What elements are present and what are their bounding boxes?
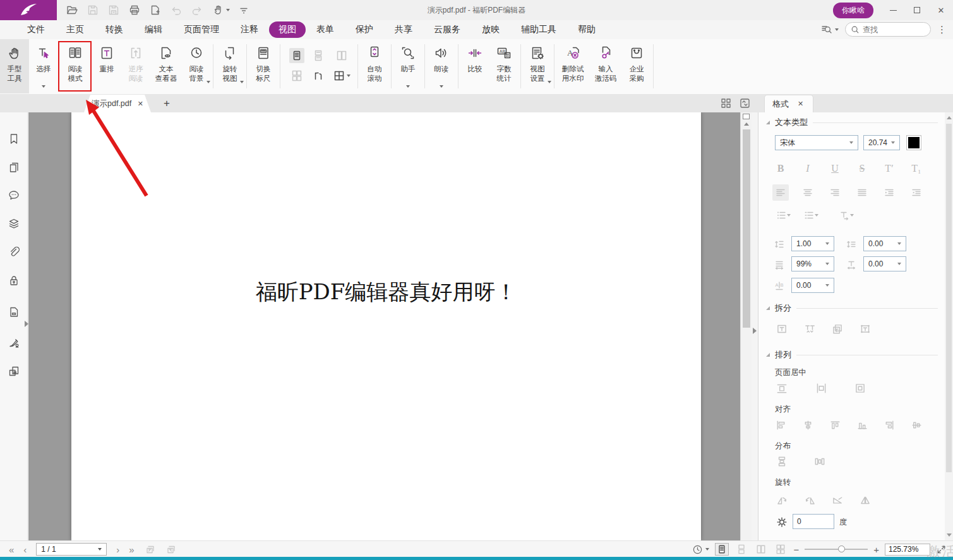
scroll-down-arrow-icon[interactable]	[947, 533, 952, 537]
align-center-button[interactable]	[800, 184, 816, 201]
menu-present[interactable]: 放映	[471, 21, 510, 38]
ribbon-read-mode-button[interactable]: 阅读 模式	[58, 39, 92, 93]
tab-grid-icon[interactable]	[720, 97, 732, 109]
increase-indent-button[interactable]	[881, 184, 897, 201]
attachments-panel-button[interactable]	[8, 246, 20, 258]
ribbon-compare-button[interactable]: 比较	[460, 39, 489, 93]
font-size-select[interactable]: 20.74	[863, 135, 900, 150]
scroll-up-arrow-icon[interactable]	[744, 122, 749, 126]
split-text-button[interactable]	[774, 321, 790, 337]
pdf-page[interactable]: 福昕PDF编辑器真好用呀！	[71, 112, 701, 540]
promo-button[interactable]: 你瞅啥	[833, 3, 873, 18]
close-panel-icon[interactable]: ✕	[798, 100, 803, 108]
save-button[interactable]	[87, 4, 99, 16]
rotation-angle-input[interactable]	[793, 514, 834, 529]
menu-form[interactable]: 表单	[306, 21, 345, 38]
destinations-panel-button[interactable]	[8, 306, 20, 318]
text-direction-button[interactable]	[836, 207, 857, 223]
strikethrough-button[interactable]: S	[854, 160, 870, 177]
ribbon-assistant-button[interactable]: 助手	[393, 39, 423, 93]
facing-continuous-mode-button[interactable]	[289, 68, 304, 83]
new-tab-button[interactable]: +	[159, 96, 174, 111]
panel-collapse-arrow-icon[interactable]	[753, 328, 757, 334]
zoom-level-input[interactable]: 125.73%	[885, 544, 930, 556]
align-objects-bottom-button[interactable]	[854, 417, 870, 433]
zoom-slider[interactable]	[805, 543, 868, 556]
menu-file[interactable]: 文件	[16, 21, 56, 38]
align-left-button[interactable]	[772, 184, 789, 201]
rotate-left-button[interactable]	[774, 492, 790, 509]
panel-scrollbar[interactable]	[945, 112, 953, 540]
section-split[interactable]: 拆分	[766, 303, 938, 313]
zoom-out-button[interactable]: −	[793, 544, 799, 555]
ribbon-rotate-view-button[interactable]: 旋转 视图	[215, 39, 244, 93]
new-document-button[interactable]	[149, 4, 162, 16]
page-thumbnails-button[interactable]	[8, 161, 20, 174]
ribbon-view-settings-button[interactable]: 视图 设置	[523, 39, 552, 93]
menu-convert[interactable]: 转换	[95, 21, 134, 38]
menu-cloud[interactable]: 云服务	[423, 21, 471, 38]
reading-background-quick-button[interactable]	[692, 544, 709, 555]
layers-panel-button[interactable]	[8, 217, 20, 230]
ribbon-read-aloud-button[interactable]: 朗读	[427, 39, 456, 93]
minimize-button[interactable]	[881, 0, 905, 20]
redo-button[interactable]	[191, 4, 203, 16]
ribbon-text-viewer-button[interactable]: 文本 查看器	[150, 39, 182, 93]
align-justify-button[interactable]	[854, 184, 870, 201]
font-color-swatch[interactable]	[906, 135, 921, 150]
line-spacing-select[interactable]: 1.00	[791, 236, 834, 251]
previous-page-button[interactable]: ‹	[23, 545, 27, 554]
text-box-handles-button[interactable]	[857, 321, 873, 337]
font-family-select[interactable]: 宋体	[775, 135, 858, 150]
distribute-horizontally-button[interactable]	[812, 453, 828, 470]
bold-button[interactable]: B	[772, 160, 789, 177]
link-text-boxes-button[interactable]	[829, 321, 846, 337]
find-input[interactable]	[863, 25, 920, 34]
menu-home[interactable]: 主页	[56, 21, 95, 38]
section-arrange[interactable]: 排列	[766, 350, 938, 360]
continuous-mode-button[interactable]	[311, 48, 326, 63]
status-facing-continuous-button[interactable]	[774, 543, 788, 556]
kerning-select[interactable]: 0.00	[791, 278, 834, 293]
align-objects-middle-button[interactable]	[908, 417, 925, 433]
last-page-button[interactable]: »	[129, 545, 134, 554]
page-indicator-select[interactable]: 1 / 1	[36, 543, 107, 556]
rotate-right-button[interactable]	[802, 492, 818, 509]
split-view-button[interactable]	[311, 68, 326, 83]
document-area[interactable]: 福昕PDF编辑器真好用呀！	[28, 112, 740, 540]
first-page-button[interactable]: «	[9, 545, 14, 554]
panel-divider[interactable]	[752, 112, 758, 540]
previous-view-button[interactable]	[144, 544, 155, 555]
bookmarks-panel-button[interactable]	[8, 133, 20, 145]
status-single-page-button[interactable]	[715, 543, 729, 556]
ribbon-toggle-ruler-button[interactable]: 切换 标尺	[249, 39, 278, 93]
bullet-list-button[interactable]	[772, 207, 794, 223]
customize-toolbar-button[interactable]	[238, 4, 249, 16]
next-page-button[interactable]: ›	[116, 545, 119, 554]
section-text-type[interactable]: 文本类型	[766, 117, 938, 128]
find-box[interactable]	[845, 22, 931, 37]
align-right-button[interactable]	[827, 184, 843, 201]
overflow-menu-button[interactable]: ⋮	[937, 24, 947, 35]
fullscreen-button[interactable]	[936, 544, 947, 555]
format-panel-tab[interactable]: 格式 ✕	[764, 95, 813, 112]
center-vertically-button[interactable]	[774, 380, 790, 396]
italic-button[interactable]: I	[800, 160, 816, 177]
paragraph-spacing-select[interactable]: 0.00	[863, 236, 906, 251]
ribbon-hand-tool-button[interactable]: 手型 工具	[0, 39, 29, 93]
align-objects-top-button[interactable]	[827, 417, 843, 433]
maximize-button[interactable]	[905, 0, 929, 20]
decrease-indent-button[interactable]	[908, 184, 925, 201]
signature-panel-button[interactable]	[8, 336, 20, 349]
ribbon-word-count-button[interactable]: AB 字数 统计	[489, 39, 518, 93]
ribbon-reverse-reading-button[interactable]: 逆序 阅读	[121, 39, 150, 93]
next-view-button[interactable]	[165, 544, 176, 555]
hand-tool-quick-button[interactable]	[212, 4, 230, 16]
close-window-button[interactable]: ✕	[929, 0, 953, 20]
flip-vertical-button[interactable]	[857, 492, 873, 509]
print-button[interactable]	[128, 4, 141, 16]
ribbon-remove-trial-watermark-button[interactable]: A 删除试 用水印	[556, 39, 589, 93]
zoom-in-button[interactable]: +	[873, 544, 879, 555]
undo-button[interactable]	[170, 4, 183, 16]
search-settings-button[interactable]	[820, 23, 839, 35]
